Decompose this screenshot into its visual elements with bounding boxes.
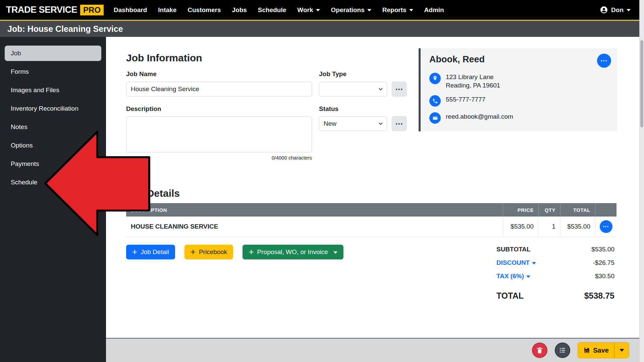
job-type-more-button[interactable]: ⋯ (392, 82, 407, 97)
col-total: TOTAL (560, 203, 595, 217)
plus-icon: + (249, 247, 254, 256)
discount-toggle[interactable]: DISCOUNT (496, 259, 536, 266)
nav-jobs[interactable]: Jobs (232, 6, 247, 14)
nav-operations[interactable]: Operations (331, 6, 371, 14)
proposal-wo-invoice-button[interactable]: + Proposal, WO, or Invoice (243, 245, 343, 259)
address-line1: 123 Library Lane (446, 73, 500, 81)
trash-icon (536, 347, 543, 354)
status-select[interactable]: New (319, 116, 387, 131)
ellipsis-icon: ⋯ (395, 85, 403, 94)
delete-button[interactable] (532, 343, 547, 358)
description-textarea[interactable] (126, 116, 312, 153)
nav-label: Customers (187, 6, 221, 14)
job-type-select[interactable] (319, 82, 387, 97)
nav-label: Dashboard (114, 6, 147, 14)
nav-label: Intake (158, 6, 176, 14)
bottom-action-bar: Save (106, 338, 639, 362)
nav-customers[interactable]: Customers (187, 6, 221, 14)
tax-value: $30.50 (595, 273, 614, 280)
row-total: $535.00 (560, 217, 595, 237)
col-qty: QTY (538, 203, 560, 217)
page-title: Job: House Cleaning Service (0, 21, 639, 37)
sidebar-item-forms[interactable]: Forms (5, 64, 101, 79)
address-line2: Reading, PA 19601 (446, 81, 500, 89)
ellipsis-icon: ⋯ (603, 223, 609, 230)
location-pin-icon (429, 73, 441, 84)
table-row: HOUSE CLEANING SERVICE $535.00 1 $535.00… (126, 217, 616, 237)
sidebar-item-payments[interactable]: Payments (5, 156, 101, 172)
job-information-heading: Job Information (126, 52, 202, 64)
nav-intake[interactable]: Intake (158, 6, 176, 14)
col-description: DESCRIPTION (126, 203, 503, 217)
brand-name: TRADE SERVICE (6, 5, 77, 15)
chevron-down-icon (526, 276, 530, 278)
job-sidebar: Job Forms Images and Files Inventory Rec… (0, 37, 106, 362)
sidebar-item-notes[interactable]: Notes (5, 119, 101, 135)
totals-section: SUBTOTAL $535.00 DISCOUNT -$26.75 TAX (6… (496, 243, 614, 304)
nav-label: Admin (424, 6, 444, 14)
user-name: Don (611, 6, 624, 14)
customer-address: 123 Library Lane Reading, PA 19601 (429, 73, 608, 89)
row-description: HOUSE CLEANING SERVICE (126, 217, 503, 237)
job-details-heading: Job Details (126, 188, 180, 199)
chevron-down-icon (620, 349, 624, 352)
row-more-button[interactable]: ⋯ (600, 220, 612, 233)
add-job-detail-label: Job Detail (141, 248, 169, 256)
ellipsis-icon: ⋯ (395, 119, 403, 128)
scrollbar-thumb[interactable] (640, 40, 643, 127)
list-button[interactable] (555, 343, 570, 358)
chevron-down-icon (316, 9, 320, 11)
chevron-down-icon (378, 121, 384, 127)
brand-logo[interactable]: TRADE SERVICE PRO (6, 5, 104, 15)
sidebar-item-job[interactable]: Job (5, 46, 101, 61)
save-button[interactable]: Save (578, 343, 614, 358)
main-content: Job Information Job Name Job Type ⋯ Desc… (106, 37, 639, 338)
total-value: $538.75 (584, 291, 614, 301)
sidebar-item-schedule[interactable]: Schedule (5, 175, 101, 190)
nav-reports[interactable]: Reports (382, 6, 413, 14)
sidebar-item-inventory-reconciliation[interactable]: Inventory Reconciliation (5, 101, 101, 116)
scrollbar[interactable] (639, 0, 644, 362)
user-menu[interactable]: Don (600, 6, 633, 14)
status-more-button[interactable]: ⋯ (392, 116, 407, 131)
job-type-label: Job Type (319, 70, 346, 78)
discount-value: -$26.75 (593, 259, 614, 266)
phone-number: 555-777-7777 (446, 95, 485, 104)
nav-dashboard[interactable]: Dashboard (114, 6, 147, 14)
table-header: DESCRIPTION PRICE QTY TOTAL (126, 203, 616, 217)
subtotal-label: SUBTOTAL (496, 246, 531, 253)
sidebar-item-options[interactable]: Options (5, 138, 101, 153)
tax-toggle[interactable]: TAX (6%) (496, 273, 530, 280)
customer-card: Abook, Reed ⋯ 123 Library Lane Reading, … (419, 48, 617, 131)
chevron-down-icon (333, 251, 337, 254)
nav-work[interactable]: Work (297, 6, 320, 14)
list-icon (559, 347, 566, 354)
customer-phone: 555-777-7777 (429, 95, 608, 107)
status-label: Status (319, 105, 338, 113)
description-label: Description (126, 105, 161, 113)
sidebar-item-images-and-files[interactable]: Images and Files (5, 82, 101, 98)
top-navbar: TRADE SERVICE PRO Dashboard Intake Custo… (0, 0, 639, 21)
save-dropdown-button[interactable] (614, 343, 629, 358)
col-actions (595, 203, 616, 217)
pricebook-button[interactable]: + Pricebook (184, 245, 233, 259)
app-root: TRADE SERVICE PRO Dashboard Intake Custo… (0, 0, 644, 362)
nav-admin[interactable]: Admin (424, 6, 444, 14)
detail-action-buttons: + Job Detail + Pricebook + Proposal, WO,… (126, 245, 343, 259)
job-name-input[interactable] (126, 82, 312, 97)
nav-schedule[interactable]: Schedule (258, 6, 286, 14)
nav-links: Dashboard Intake Customers Jobs Schedule… (114, 6, 444, 14)
email-address: reed.abook@gmail.com (446, 112, 513, 121)
plus-icon: + (132, 247, 137, 256)
grand-total-row: TOTAL $538.75 (496, 288, 614, 304)
customer-more-button[interactable]: ⋯ (597, 54, 611, 68)
nav-label: Work (297, 6, 313, 14)
character-counter: 0/4000 characters (126, 155, 312, 161)
pricebook-label: Pricebook (199, 248, 227, 256)
add-job-detail-button[interactable]: + Job Detail (126, 245, 175, 259)
nav-label: Operations (331, 6, 365, 14)
plus-icon: + (191, 247, 196, 256)
discount-label: DISCOUNT (496, 259, 530, 266)
nav-label: Reports (382, 6, 407, 14)
chevron-down-icon (378, 86, 384, 92)
